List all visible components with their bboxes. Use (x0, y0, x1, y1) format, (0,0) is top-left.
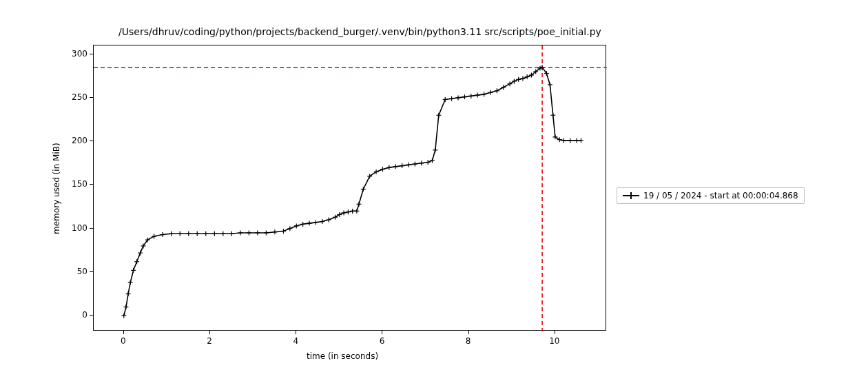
x-tick-label: 8 (466, 336, 471, 346)
legend-label: 19 / 05 / 2024 - start at 00:00:04.868 (643, 191, 798, 200)
y-tick-mark (90, 315, 93, 316)
x-tick-label: 6 (380, 336, 385, 346)
y-tick-label: 150 (70, 179, 87, 189)
y-axis-label: memory used (in MiB) (52, 143, 61, 234)
y-tick-label: 300 (70, 49, 87, 59)
y-tick-label: 250 (70, 92, 87, 102)
y-tick-label: 100 (70, 223, 87, 233)
y-tick-mark (90, 97, 93, 98)
x-axis-label: time (in seconds) (307, 351, 378, 361)
chart-title: /Users/dhruv/coding/python/projects/back… (86, 26, 634, 37)
y-tick-label: 200 (70, 136, 87, 145)
plus-marker-icon (623, 192, 639, 199)
x-tick-label: 4 (293, 336, 298, 346)
y-tick-mark (90, 141, 93, 141)
memory-profile-figure: /Users/dhruv/coding/python/projects/back… (0, 0, 868, 372)
x-tick-label: 0 (121, 336, 126, 346)
x-tick-label: 2 (207, 336, 212, 346)
x-tick-mark (296, 331, 296, 334)
x-tick-label: 10 (549, 336, 559, 346)
x-tick-mark (468, 331, 469, 334)
memory-series-markers (121, 65, 583, 318)
legend: 19 / 05 / 2024 - start at 00:00:04.868 (617, 187, 805, 204)
plot-area (93, 45, 606, 331)
y-tick-mark (90, 54, 93, 54)
x-tick-mark (555, 331, 555, 334)
x-tick-mark (123, 331, 124, 334)
y-tick-mark (90, 271, 93, 272)
series-layer (94, 45, 607, 331)
memory-series-line (124, 68, 581, 316)
y-tick-mark (90, 228, 93, 229)
y-tick-mark (90, 184, 93, 185)
x-tick-mark (209, 331, 210, 334)
y-tick-label: 0 (70, 310, 87, 320)
y-tick-label: 50 (70, 267, 87, 276)
x-tick-mark (382, 331, 382, 334)
